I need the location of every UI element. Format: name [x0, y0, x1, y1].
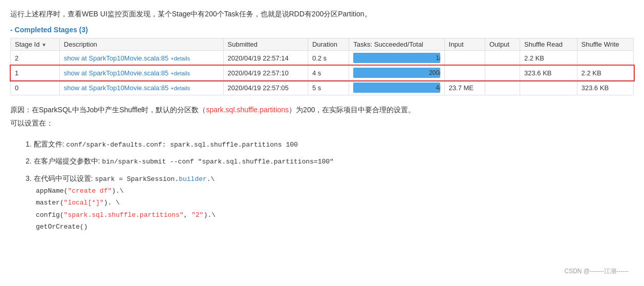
col-output: Output — [485, 38, 520, 51]
details-link[interactable]: +details — [170, 85, 190, 91]
cell-duration: 5 s — [308, 80, 349, 95]
code-line-config-suffix: ).\ — [204, 211, 216, 219]
cell-shuffle-read — [520, 80, 577, 95]
list-item-3-label: 3. 在代码中可以设置: — [26, 174, 95, 182]
list-item-3-code: spark = SparkSession. — [95, 175, 179, 183]
cell-tasks: 4/4 — [349, 80, 444, 95]
cell-description: show at SparkTop10Movie.scala:85 +detail… — [59, 80, 223, 95]
code-red-param1: "spark.sql.shuffle.partitions" — [64, 211, 184, 219]
cell-stage-id: 2 — [11, 51, 60, 66]
list-item-1: 1. 配置文件: conf/spark-defaults.conf: spark… — [26, 138, 634, 151]
settings-list: 1. 配置文件: conf/spark-defaults.conf: spark… — [26, 138, 634, 233]
reason-highlight-param: spark.sql.shuffle.partitions — [206, 106, 289, 114]
col-input: Input — [444, 38, 485, 51]
intro-text: 运行上述程序时，查看WEB UI监控页面发现，某个Stage中有200个Task… — [10, 8, 634, 19]
code-red-local: "local[*]" — [64, 199, 104, 207]
cell-shuffle-write: 323.6 KB — [577, 80, 633, 95]
cell-shuffle-write: 2.2 KB — [577, 66, 633, 80]
progress-bar-wrap: 4/4 — [353, 83, 440, 93]
cell-tasks: 200/200 — [349, 66, 444, 80]
reason-text: 原因：在SparkSQL中当Job中产生Shuffle时，默认的分区数（spar… — [10, 104, 634, 129]
cell-submitted: 2020/04/19 22:57:05 — [223, 80, 308, 95]
code-line-config-prefix: config( — [36, 211, 64, 219]
table-row: 1show at SparkTop10Movie.scala:85 +detai… — [11, 66, 634, 80]
code-line-appname-prefix: appName( — [36, 187, 68, 195]
col-stage-id: Stage Id ▼ — [11, 38, 60, 51]
table-row: 0show at SparkTop10Movie.scala:85 +detai… — [11, 80, 634, 95]
progress-bar-text: 1/1 — [397, 53, 440, 63]
list-item-1-label: 1. 配置文件: — [26, 140, 66, 148]
cell-description: show at SparkTop10Movie.scala:85 +detail… — [59, 51, 223, 66]
stage-link[interactable]: show at SparkTop10Movie.scala:85 — [64, 69, 169, 77]
cell-submitted: 2020/04/19 22:57:14 — [223, 51, 308, 66]
list-item-2-code: bin/spark-submit --conf "spark.sql.shuff… — [102, 158, 333, 166]
progress-bar-text: 200/200 — [397, 68, 440, 78]
col-submitted: Submitted — [223, 38, 308, 51]
cell-duration: 0.2 s — [308, 51, 349, 66]
cell-duration: 4 s — [308, 66, 349, 80]
progress-bar-wrap: 1/1 — [353, 53, 440, 63]
table-row: 2show at SparkTop10Movie.scala:85 +detai… — [11, 51, 634, 66]
code-red-create-df: "create df" — [68, 187, 112, 195]
cell-stage-id: 1 — [11, 66, 60, 80]
list-item-2: 2. 在客户端提交参数中: bin/spark-submit --conf "s… — [26, 155, 634, 168]
col-duration: Duration — [308, 38, 349, 51]
stage-link[interactable]: show at SparkTop10Movie.scala:85 — [64, 54, 169, 62]
reason-text-before: 原因：在SparkSQL中当Job中产生Shuffle时，默认的分区数（ — [10, 106, 206, 114]
code-block: appName("create df").\ master("local[*]"… — [36, 185, 634, 233]
details-link[interactable]: +details — [170, 55, 190, 62]
cell-input — [444, 66, 485, 80]
col-shuffle-write: Shuffle Write — [577, 38, 633, 51]
cell-output — [485, 66, 520, 80]
section-title: Completed Stages (3) — [10, 26, 634, 34]
stage-link[interactable]: show at SparkTop10Movie.scala:85 — [64, 84, 169, 92]
code-line-getorcreate: getOrCreate() — [36, 223, 88, 231]
code-line-config-comma: , — [184, 211, 192, 219]
cell-shuffle-read: 2.2 KB — [520, 51, 577, 66]
code-line-master-suffix: ). \ — [104, 199, 120, 207]
col-shuffle-read: Shuffle Read — [520, 38, 577, 51]
list-item-1-code: conf/spark-defaults.conf: spark.sql.shuf… — [66, 141, 297, 149]
col-tasks: Tasks: Succeeded/Total — [349, 38, 444, 51]
sort-icon: ▼ — [41, 42, 47, 48]
cell-submitted: 2020/04/19 22:57:10 — [223, 66, 308, 80]
cell-stage-id: 0 — [11, 80, 60, 95]
cell-input: 23.7 ME — [444, 80, 485, 95]
cell-output — [485, 80, 520, 95]
list-item-3-code-blue: builder — [179, 175, 207, 183]
details-link[interactable]: +details — [170, 70, 190, 76]
list-item-3: 3. 在代码中可以设置: spark = SparkSession.builde… — [26, 172, 634, 233]
cell-tasks: 1/1 — [349, 51, 444, 66]
list-item-2-label: 2. 在客户端提交参数中: — [26, 157, 102, 165]
col-description: Description — [59, 38, 223, 51]
cell-shuffle-write — [577, 51, 633, 66]
table-header-row: Stage Id ▼ Description Submitted Duratio… — [11, 38, 634, 51]
code-line-appname-suffix: ).\ — [112, 187, 123, 195]
cell-input — [444, 51, 485, 66]
code-line-master-prefix: master( — [36, 199, 64, 207]
list-item-3-code2: .\ — [207, 175, 215, 183]
stages-table: Stage Id ▼ Description Submitted Duratio… — [10, 38, 634, 95]
code-red-param2: "2" — [191, 211, 203, 219]
cell-shuffle-read: 323.6 KB — [520, 66, 577, 80]
progress-bar-text: 4/4 — [397, 83, 440, 93]
cell-description: show at SparkTop10Movie.scala:85 +detail… — [59, 66, 223, 80]
progress-bar-wrap: 200/200 — [353, 68, 440, 78]
cell-output — [485, 51, 520, 66]
